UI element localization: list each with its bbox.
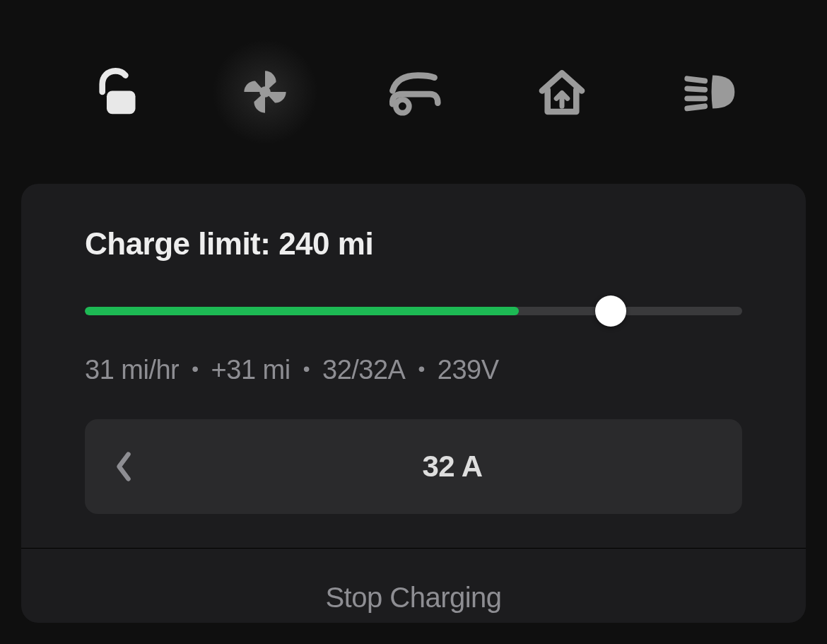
lock-button[interactable] bbox=[64, 39, 170, 145]
charge-limit-slider[interactable] bbox=[85, 295, 742, 327]
svg-line-6 bbox=[687, 106, 705, 108]
separator-dot: • bbox=[418, 358, 424, 380]
homelink-icon bbox=[534, 64, 590, 119]
svg-rect-0 bbox=[107, 90, 136, 114]
amps-decrease-button[interactable] bbox=[85, 419, 163, 514]
top-icon-row bbox=[0, 0, 827, 184]
stat-amps: 32/32A bbox=[322, 355, 405, 385]
chevron-left-icon bbox=[115, 451, 133, 482]
stat-rate: 31 mi/hr bbox=[85, 355, 179, 385]
climate-button[interactable] bbox=[212, 39, 318, 145]
separator-dot: • bbox=[303, 358, 310, 380]
amps-value: 32 A bbox=[163, 419, 742, 514]
slider-fill bbox=[85, 307, 519, 315]
homelink-button[interactable] bbox=[509, 39, 615, 145]
charging-stats: 31 mi/hr • +31 mi • 32/32A • 239V bbox=[85, 355, 742, 385]
svg-line-3 bbox=[687, 78, 705, 81]
stop-charging-button[interactable]: Stop Charging bbox=[21, 548, 806, 623]
amps-stepper: 32 A bbox=[85, 419, 742, 514]
svg-point-1 bbox=[259, 86, 271, 98]
lock-icon bbox=[89, 64, 144, 119]
stat-volts: 239V bbox=[438, 355, 499, 385]
charging-card: Charge limit: 240 mi 31 mi/hr • +31 mi •… bbox=[21, 184, 806, 623]
stat-added: +31 mi bbox=[211, 355, 291, 385]
separator-dot: • bbox=[192, 358, 198, 380]
frunk-icon bbox=[386, 64, 441, 119]
lights-button[interactable] bbox=[657, 39, 763, 145]
frunk-button[interactable] bbox=[360, 39, 467, 145]
headlight-icon bbox=[683, 64, 738, 119]
slider-thumb[interactable] bbox=[595, 295, 626, 327]
fan-icon bbox=[237, 64, 293, 119]
slider-track bbox=[85, 307, 742, 315]
charge-limit-label: Charge limit: 240 mi bbox=[85, 226, 742, 262]
svg-point-2 bbox=[396, 100, 409, 113]
svg-line-4 bbox=[687, 88, 705, 90]
card-body: Charge limit: 240 mi 31 mi/hr • +31 mi •… bbox=[21, 184, 806, 548]
